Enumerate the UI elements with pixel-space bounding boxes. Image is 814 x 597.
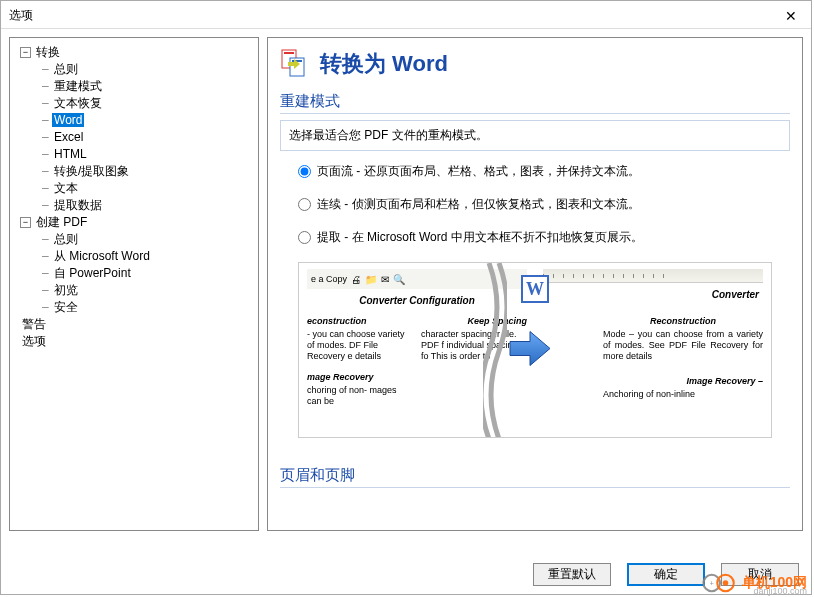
tree-item[interactable]: 选项 (14, 333, 254, 350)
tree-item-label[interactable]: 文本恢复 (52, 96, 104, 110)
tree-item[interactable]: – 重建模式 (14, 78, 254, 95)
tree-item[interactable]: – Excel (14, 129, 254, 146)
radio-label: 页面流 - 还原页面布局、栏格、格式，图表，并保持文本流。 (317, 164, 640, 178)
collapse-icon[interactable]: − (20, 47, 31, 58)
tree-item[interactable]: – 文本 (14, 180, 254, 197)
tree-item-label[interactable]: Word (52, 113, 84, 127)
ok-button[interactable]: 确定 (627, 563, 705, 586)
section-header-footer-title: 页眉和页脚 (280, 466, 790, 488)
radio-label: 提取 - 在 Microsoft Word 中用文本框不折不扣地恢复页展示。 (317, 230, 643, 244)
close-button[interactable]: ✕ (771, 2, 811, 28)
window-title: 选项 (9, 1, 33, 29)
tree-item-label[interactable]: 总则 (52, 232, 80, 246)
tree-item[interactable]: – 文本恢复 (14, 95, 254, 112)
tree-item[interactable]: – 初览 (14, 282, 254, 299)
tree-item[interactable]: – 总则 (14, 61, 254, 78)
tree-item-label[interactable]: 重建模式 (52, 79, 104, 93)
binoculars-icon: 🔍 (393, 274, 405, 285)
tree-item[interactable]: – 转换/提取图象 (14, 163, 254, 180)
printer-icon: 🖨 (351, 274, 361, 285)
tree-item-label[interactable]: 自 PowerPoint (52, 266, 133, 280)
tree-item-label[interactable]: 警告 (20, 317, 48, 331)
tree-item[interactable]: – 自 PowerPoint (14, 265, 254, 282)
tree-item[interactable]: – 总则 (14, 231, 254, 248)
ruler (543, 269, 763, 283)
tree-item[interactable]: – 从 Microsoft Word (14, 248, 254, 265)
content-panel: 转换为 Word 重建模式 选择最适合您 PDF 文件的重构模式。 页面流 - … (267, 37, 803, 531)
folder-icon: 📁 (365, 274, 377, 285)
svg-text:W: W (526, 279, 544, 299)
tree-item[interactable]: 警告 (14, 316, 254, 333)
tree-item-label[interactable]: 转换/提取图象 (52, 164, 131, 178)
radio-input[interactable] (298, 198, 311, 211)
tree-item-label[interactable]: 安全 (52, 300, 80, 314)
reset-defaults-button[interactable]: 重置默认 (533, 563, 611, 586)
rebuild-mode-option[interactable]: 页面流 - 还原页面布局、栏格、格式，图表，并保持文本流。 (298, 163, 790, 180)
convert-to-word-icon (280, 48, 312, 80)
tree-item[interactable]: −创建 PDF (14, 214, 254, 231)
tree-item-label[interactable]: 提取数据 (52, 198, 104, 212)
tree-item-label[interactable]: 总则 (52, 62, 80, 76)
tree-item[interactable]: – Word (14, 112, 254, 129)
tree-item-label[interactable]: 文本 (52, 181, 80, 195)
rebuild-mode-option[interactable]: 连续 - 侦测页面布局和栏格，但仅恢复格式，图表和文本流。 (298, 196, 790, 213)
word-app-icon: W (521, 275, 549, 306)
tree-item-label[interactable]: 从 Microsoft Word (52, 249, 152, 263)
tree-item-label[interactable]: Excel (52, 130, 85, 144)
tree-item-label[interactable]: 创建 PDF (34, 215, 89, 229)
radio-input[interactable] (298, 231, 311, 244)
collapse-icon[interactable]: − (20, 217, 31, 228)
tree-item-label[interactable]: 选项 (20, 334, 48, 348)
rebuild-mode-option[interactable]: 提取 - 在 Microsoft Word 中用文本框不折不扣地恢复页展示。 (298, 229, 790, 246)
page-heading: 转换为 Word (320, 49, 448, 79)
tree-item[interactable]: −转换 (14, 44, 254, 61)
preview-illustration: W e a Copy 🖨 📁 ✉ 🔍 Converter Configurati… (298, 262, 772, 438)
section-rebuild-mode-title: 重建模式 (280, 92, 790, 114)
tree-item[interactable]: – 安全 (14, 299, 254, 316)
tree-item-label[interactable]: 转换 (34, 45, 62, 59)
tree-item[interactable]: – HTML (14, 146, 254, 163)
tree-item-label[interactable]: HTML (52, 147, 89, 161)
navigation-tree[interactable]: −转换– 总则– 重建模式– 文本恢复– Word– Excel– HTML– … (9, 37, 259, 531)
cancel-button[interactable]: 取消 (721, 563, 799, 586)
mail-icon: ✉ (381, 274, 389, 285)
tree-item-label[interactable]: 初览 (52, 283, 80, 297)
radio-input[interactable] (298, 165, 311, 178)
radio-label: 连续 - 侦测页面布局和栏格，但仅恢复格式，图表和文本流。 (317, 197, 640, 211)
dialog-buttons: 重置默认 确定 取消 (533, 563, 799, 586)
arrow-right-icon (508, 330, 552, 371)
title-bar: 选项 ✕ (1, 1, 811, 29)
tree-item[interactable]: – 提取数据 (14, 197, 254, 214)
preview-result: Converter Reconstruction Mode – you can … (535, 263, 771, 437)
section-description: 选择最适合您 PDF 文件的重构模式。 (280, 120, 790, 151)
svg-rect-1 (284, 52, 294, 54)
